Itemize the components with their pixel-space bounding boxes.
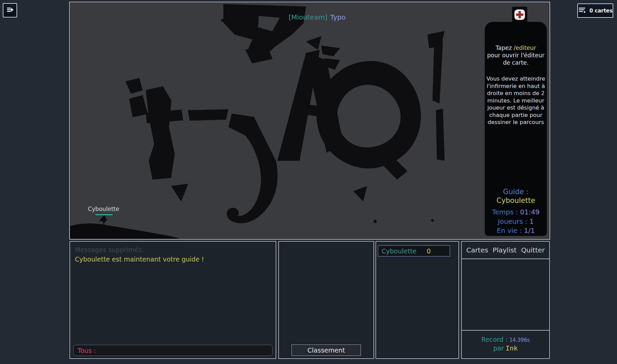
record-holder-name: Ink — [506, 344, 518, 352]
round-title-team: [Miouteam] — [288, 13, 327, 21]
scoreboard-entry[interactable]: Cyboulette 0 — [378, 245, 450, 256]
hint-command: /editeur — [513, 44, 536, 51]
guide-label: Guide : — [485, 188, 547, 196]
maps-tabs: Cartes Playlist Quitter — [462, 242, 549, 259]
chat-channel-label: Tous : — [78, 347, 96, 354]
map-ink-drawing — [70, 2, 550, 239]
time-stat: Temps : 01:49 — [485, 208, 547, 217]
ranking-panel: Classement — [278, 241, 374, 359]
player-figure — [99, 214, 108, 234]
menu-expand-button[interactable] — [3, 3, 17, 18]
player-nameplate: Cyboulette — [88, 206, 119, 212]
players-stat: Joueurs : 1 — [485, 217, 547, 226]
chat-message: Cyboulette est maintenant votre guide ! — [75, 254, 272, 264]
chat-log: Messages supprimés. Cyboulette est maint… — [75, 245, 272, 264]
playlist-icon — [578, 6, 587, 16]
maps-count-label: 0 cartes — [589, 8, 612, 14]
chat-panel: Messages supprimés. Cyboulette est maint… — [69, 241, 276, 359]
player-health-bar — [95, 214, 113, 216]
round-title-mode: Typo — [330, 13, 346, 21]
maps-count-button[interactable]: 0 cartes — [577, 3, 613, 18]
hint-prefix: Tapez — [496, 44, 512, 51]
record-line: Record : 14.396s — [462, 335, 549, 344]
round-stats: Temps : 01:49 Joueurs : 1 En vie : 1/1 — [485, 208, 547, 236]
hint-rest: pour ouvrir l'éditeur de carte. — [487, 52, 544, 66]
editor-hint: Tapez /editeur pour ouvrir l'éditeur de … — [486, 44, 545, 66]
maps-panel: Cartes Playlist Quitter Record : 14.396s… — [461, 241, 550, 359]
scoreboard-panel: Cyboulette 0 — [375, 241, 459, 359]
record-value: 14.396s — [509, 337, 530, 343]
record-holder-line: par Ink — [462, 344, 549, 353]
alive-stat: En vie : 1/1 — [485, 226, 547, 236]
guide-name: Cyboulette — [485, 196, 547, 205]
ranking-button[interactable]: Classement — [291, 344, 361, 356]
round-info-panel: Tapez /editeur pour ouvrir l'éditeur de … — [485, 22, 547, 236]
chat-input[interactable]: Tous : — [73, 345, 273, 356]
record-section: Record : 14.396s par Ink — [462, 330, 549, 358]
tab-quitter[interactable]: Quitter — [521, 246, 545, 254]
scoreboard-player-name: Cyboulette — [382, 247, 417, 255]
round-description: Vous devez atteindre l'infirmerie en hau… — [486, 75, 545, 126]
tab-playlist[interactable]: Playlist — [493, 246, 516, 254]
round-title: [Miouteam]Typo — [288, 13, 345, 21]
tab-cartes[interactable]: Cartes — [466, 246, 488, 254]
red-cross-icon — [514, 9, 525, 20]
scoreboard-player-score: 0 — [427, 247, 431, 255]
record-label: Record : — [481, 336, 508, 343]
game-viewport[interactable]: [Miouteam]Typo Cyboulette Tapez /editeur… — [69, 2, 550, 240]
record-by-label: par — [493, 344, 504, 352]
chat-message: Messages supprimés. — [75, 245, 272, 254]
expand-arrow-icon — [6, 6, 15, 15]
